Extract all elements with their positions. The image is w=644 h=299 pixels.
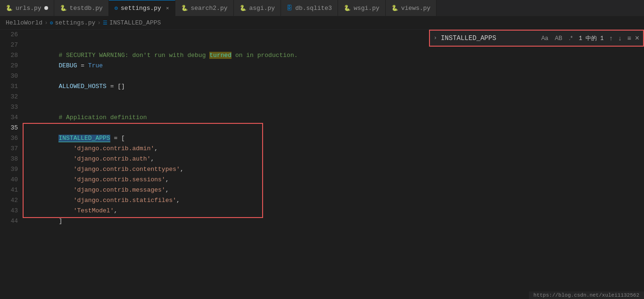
line-num: 34 <box>9 113 18 123</box>
tab-asgi[interactable]: 🐍 asgi.py <box>234 0 281 16</box>
regex-button[interactable]: .* <box>567 34 575 42</box>
python-icon: 🐍 <box>6 5 13 12</box>
tab-testdb[interactable]: 🐍 testdb.py <box>54 0 109 16</box>
search-chevron-icon: › <box>434 35 437 41</box>
python-icon-4: 🐍 <box>239 5 247 12</box>
tab-urls[interactable]: 🐍 urls.py <box>0 0 54 16</box>
line-num: 43 <box>9 206 18 216</box>
list-breadcrumb-icon: ☰ <box>103 20 107 26</box>
breadcrumb-symbol[interactable]: INSTALLED_APPS <box>109 19 161 26</box>
line-num: 35 <box>9 123 18 133</box>
line-numbers: 26 27 28 29 30 31 32 33 34 35 36 37 38 3… <box>0 30 24 299</box>
code-line-44 <box>29 216 638 226</box>
tab-settings[interactable]: ⚙ settings.py × <box>109 0 175 16</box>
search-navigation: ↑ ↓ ≡ × <box>607 34 639 42</box>
status-bar-url: https://blog.csdn.net/xulei1132562 <box>529 291 644 299</box>
code-line-33: # Application definition <box>29 102 638 113</box>
settings-icon: ⚙ <box>115 5 118 12</box>
whole-word-button[interactable]: AB <box>553 34 565 42</box>
breadcrumb-file[interactable]: settings.py <box>55 19 95 26</box>
line-num: 27 <box>9 40 18 50</box>
line-num: 41 <box>9 185 18 195</box>
python-icon-2: 🐍 <box>60 5 67 12</box>
tab-search2[interactable]: 🐍 search2.py <box>175 0 234 16</box>
line-num: 39 <box>9 164 18 175</box>
line-num: 26 <box>9 30 18 40</box>
search-input[interactable] <box>441 34 535 42</box>
editor: 26 27 28 29 30 31 32 33 34 35 36 37 38 3… <box>0 30 644 299</box>
tab-db[interactable]: 🗄 db.sqlite3 <box>281 0 338 16</box>
code-line-30: ALLOWED_HOSTS = [] <box>29 71 638 81</box>
code-line-32 <box>29 92 638 102</box>
tab-bar: 🐍 urls.py 🐍 testdb.py ⚙ settings.py × 🐍 … <box>0 0 644 16</box>
python-icon-6: 🐍 <box>391 5 398 12</box>
code-line-35: INSTALLED_APPS = [ <box>29 123 638 133</box>
breadcrumb-sep-1: › <box>44 19 48 26</box>
code-line-29 <box>29 61 638 71</box>
search-collapse-button[interactable]: ≡ <box>625 34 633 42</box>
tab-dirty-dot <box>44 6 48 10</box>
line-num: 37 <box>9 144 18 154</box>
editor-content: 26 27 28 29 30 31 32 33 34 35 36 37 38 3… <box>0 30 644 299</box>
search-options: Aa AB .* <box>539 34 575 42</box>
code-line-43: ] <box>29 206 638 216</box>
line-num: 33 <box>9 102 18 113</box>
python-icon-3: 🐍 <box>181 5 188 12</box>
case-sensitive-button[interactable]: Aa <box>539 34 551 42</box>
search-result-count: 1 中的 1 <box>579 34 604 42</box>
tab-close-button[interactable]: × <box>166 6 169 11</box>
line-num: 44 <box>9 216 18 226</box>
line-num: 38 <box>9 154 18 164</box>
line-num: 36 <box>9 133 18 144</box>
breadcrumb-sep-2: › <box>97 19 101 26</box>
line-num: 40 <box>9 175 18 185</box>
db-icon: 🗄 <box>287 5 292 12</box>
tab-views[interactable]: 🐍 views.py <box>386 0 437 16</box>
search-bar: › Aa AB .* 1 中的 1 ↑ ↓ ≡ × <box>429 30 644 47</box>
breadcrumb: HelloWorld › ⚙ settings.py › ☰ INSTALLED… <box>0 16 644 30</box>
line-num: 28 <box>9 50 18 61</box>
search-close-button[interactable]: × <box>635 34 639 42</box>
python-icon-5: 🐍 <box>344 5 351 12</box>
line-num: 32 <box>9 92 18 102</box>
code-area[interactable]: # SECURITY WARNING: don't run with debug… <box>24 30 644 299</box>
line-num: 30 <box>9 71 18 81</box>
line-num: 29 <box>9 61 18 71</box>
search-next-button[interactable]: ↓ <box>616 34 623 42</box>
breadcrumb-root[interactable]: HelloWorld <box>6 19 42 26</box>
line-num: 31 <box>9 81 18 92</box>
settings-breadcrumb-icon: ⚙ <box>50 20 53 26</box>
search-prev-button[interactable]: ↑ <box>607 34 614 42</box>
tab-wsgi[interactable]: 🐍 wsgi.py <box>338 0 386 16</box>
line-num: 42 <box>9 195 18 206</box>
